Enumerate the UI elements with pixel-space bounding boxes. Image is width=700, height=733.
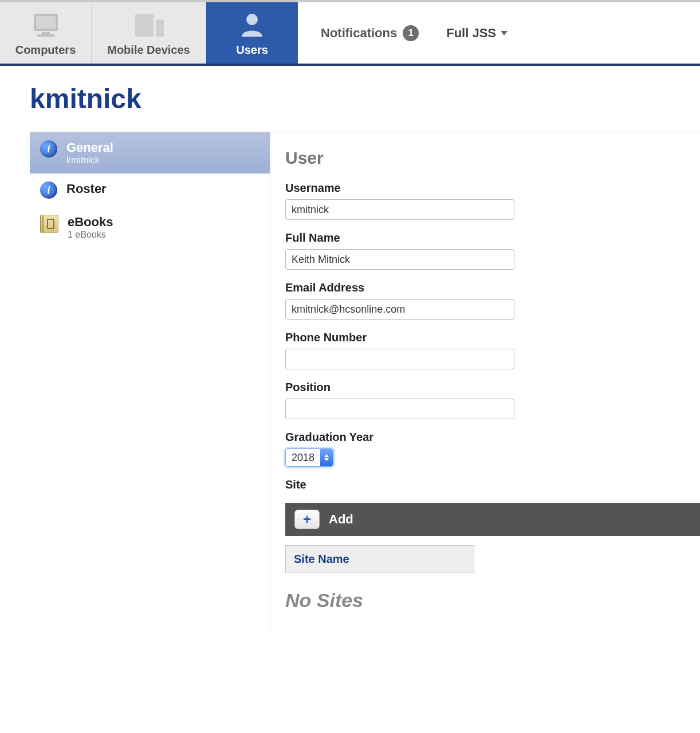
username-label: Username [285,182,700,195]
context-dropdown[interactable]: Full JSS [446,26,508,41]
ebook-icon [40,215,58,233]
nav-users-label: Users [236,44,268,56]
sidebar-item-general[interactable]: i General kmitnick [30,132,270,174]
username-input[interactable] [285,199,514,220]
main-panel: User Username Full Name Email Address Ph… [270,132,700,635]
position-label: Position [285,381,700,394]
svg-rect-2 [42,32,50,34]
info-icon: i [40,140,57,157]
add-site-button[interactable]: + [294,510,320,529]
notifications-badge: 1 [403,25,419,41]
sidebar-item-ebooks[interactable]: eBooks 1 eBooks [30,207,270,248]
svg-rect-5 [156,19,164,37]
svg-point-6 [246,14,258,25]
gradyear-select[interactable]: 2018 [285,448,333,467]
email-label: Email Address [285,281,700,294]
notifications-link[interactable]: Notifications 1 [321,25,419,41]
user-icon [238,11,266,38]
computer-icon [30,11,61,38]
sidebar-item-label: General [66,140,113,155]
phone-input[interactable] [285,349,514,369]
notifications-label: Notifications [321,26,397,41]
svg-rect-4 [135,14,154,37]
nav-computers-label: Computers [15,44,76,56]
top-nav: Computers Mobile Devices Users Notificat… [0,2,700,66]
sidebar-item-roster[interactable]: i Roster [30,174,270,207]
svg-rect-1 [36,16,56,29]
fullname-label: Full Name [285,231,700,245]
nav-computers[interactable]: Computers [0,2,92,64]
context-label: Full JSS [446,26,496,41]
svg-rect-3 [37,34,54,37]
nav-mobile-devices[interactable]: Mobile Devices [92,2,206,64]
mobile-devices-icon [131,11,167,38]
sidebar-item-subtitle: kmitnick [66,155,113,165]
plus-icon: + [303,513,311,526]
gradyear-value: 2018 [286,452,320,464]
sidebar-item-label: eBooks [68,215,113,230]
email-input[interactable] [285,299,514,320]
phone-label: Phone Number [285,331,700,344]
no-sites-message: No Sites [285,589,700,612]
nav-mobile-label: Mobile Devices [107,44,190,56]
caret-down-icon [501,31,508,36]
sidebar: i General kmitnick i Roster eBooks 1 eBo… [30,132,270,635]
page-title: kmitnick [0,66,700,132]
stepper-icon [320,449,333,466]
section-heading: User [285,148,700,168]
nav-users[interactable]: Users [206,2,298,64]
nav-right: Notifications 1 Full JSS [298,2,700,64]
fullname-input[interactable] [285,249,514,270]
sidebar-item-subtitle: 1 eBooks [68,230,113,240]
site-label: Site [285,478,700,491]
position-input[interactable] [285,399,514,419]
info-icon: i [40,182,57,199]
sidebar-item-label: Roster [66,182,107,196]
add-site-bar: + Add [285,503,700,536]
gradyear-label: Graduation Year [285,431,700,444]
add-label: Add [329,512,353,527]
site-table-header: Site Name [285,545,474,573]
